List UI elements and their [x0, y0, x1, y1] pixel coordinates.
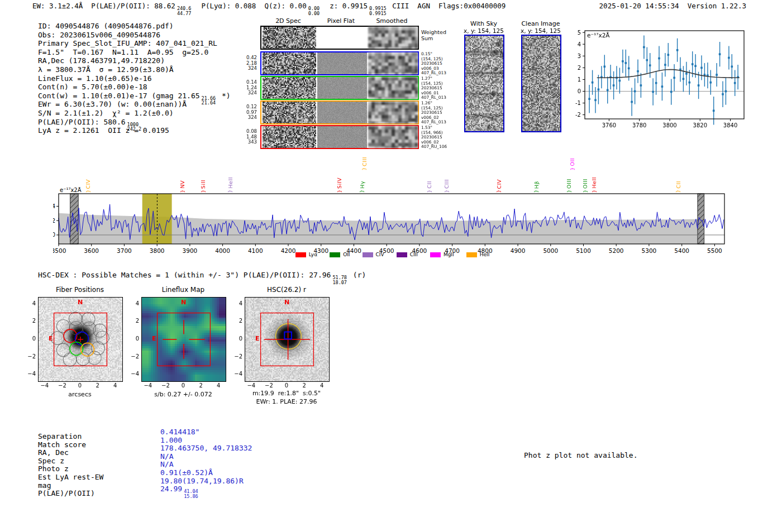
2d-row-right-labels: WeightedSum — [421, 29, 455, 41]
hsc-dex-line: HSC-DEX : Possible Matches = 1 (within +… — [38, 271, 366, 285]
text-segment: LineFlux = 1.10(±0.65)e-16 — [38, 74, 152, 83]
chart-rect — [658, 57, 660, 60]
emission-line-label: OIII — [582, 179, 588, 189]
y-tick-label: 0 — [230, 336, 242, 342]
chart-text: 4 — [53, 203, 55, 209]
x-tick-label: −2 — [159, 382, 172, 389]
static-element: 15.86 — [184, 494, 198, 499]
static-element: 18.07 — [332, 280, 347, 285]
2d-spec-image — [263, 27, 316, 49]
left-label-line: 324 — [240, 90, 257, 96]
legend-label: OII — [343, 252, 350, 257]
chart-rect — [670, 91, 673, 93]
marker-brace: { — [583, 190, 588, 193]
chart-rect — [725, 90, 727, 93]
x-tick-label: −4 — [245, 382, 258, 389]
text-segment: Obs: 20230615v006_4090544876 — [38, 31, 160, 39]
emission-line-label: HeII — [591, 177, 597, 189]
line-fit-chart: -2-101234537603780380038203840e⁻¹⁷x2Å — [570, 25, 760, 136]
info-line: LyA z = 2.1261 OII z = 0.0195 — [38, 126, 231, 135]
text-segment: 0.91(±0.52)Å — [160, 468, 213, 477]
y-tick-label: 0 — [23, 336, 36, 342]
chart-rect — [731, 66, 733, 68]
text-segment: (r) — [349, 271, 366, 279]
sky-panel-title: Clean Image — [507, 20, 574, 27]
sky-panel-image-box — [464, 35, 504, 132]
chart-rect — [619, 80, 621, 82]
match-row-value: N/A — [160, 452, 252, 461]
chart-text: 3820 — [693, 122, 707, 128]
match-row-label: RA, Dec — [38, 448, 103, 457]
y-tick-label: 4 — [23, 300, 36, 306]
right-label-line: 407_RL_013 — [421, 95, 455, 100]
marker-brace: { — [566, 190, 571, 193]
stacked-value: 240.644.77 — [177, 6, 192, 16]
compass-north: N — [181, 299, 186, 306]
text-segment: λ = 3800.37Å σ = 12.99(±3.80)Å — [38, 65, 174, 74]
header-datetime: 2025-01-20 14:55:34 Version 1.22.3 — [599, 2, 746, 10]
emission-line-marker: CIV{ — [495, 179, 503, 194]
compass-east: E — [49, 335, 53, 342]
match-row-label: Est LyA rest-EW — [38, 473, 103, 481]
emission-line-marker: SiIV{ — [336, 178, 344, 194]
legend-label: Lyα — [309, 252, 317, 257]
chart-rect — [634, 90, 636, 93]
emission-line-label: CIV — [85, 179, 91, 189]
chart-rect — [719, 53, 721, 55]
text-segment: P(LAE)/P(OII): 580.6 — [38, 118, 126, 126]
text-segment: RA,Dec (178.463791,49.718220) — [38, 56, 165, 65]
2d-spec-image — [263, 77, 316, 99]
static-element: 0.9915 — [369, 11, 387, 16]
photz-note: Phot z plot not available. — [524, 451, 638, 459]
chart-text: 5 — [578, 30, 581, 36]
marker-brace: { — [533, 190, 538, 193]
emission-line-marker: CIV{ — [84, 179, 92, 194]
x-tick-label: −2 — [55, 382, 69, 389]
match-row-value: 178.463750, 49.718332 — [160, 444, 252, 452]
sky-panel-subtitle: x, y: 154, 125 — [507, 27, 574, 34]
report-datetime: 2025-01-20 14:55:34 — [599, 2, 679, 10]
chart-rect — [655, 82, 657, 84]
spectrum-line-markers: CIV{NV{SiII{HeII{SiIV{Hγ{CIII{CII{CIII{C… — [53, 148, 732, 194]
clean-image — [522, 36, 560, 131]
chart-rect — [700, 67, 703, 69]
cutout-xlabel2-hsc_cutout: EWr: 1. PLAE: 27.96 — [228, 398, 345, 405]
cutout-title-lineflux_map: Lineflux Map — [136, 286, 231, 294]
chart-rect — [631, 101, 633, 103]
left-label-line: 324 — [240, 66, 257, 71]
text-segment: Primary Spec_Slot_IFU_AMP: 407_041_021_R… — [38, 39, 217, 47]
marker-brace: { — [444, 190, 449, 193]
chart-rect — [698, 84, 700, 87]
chart-text: 0 — [53, 232, 55, 238]
legend-item: OII — [330, 252, 350, 257]
emission-line-label: CIII — [361, 157, 368, 166]
text-segment: EWr = 6.30(±3.70) (w: 0.00(±nan))Å — [38, 100, 187, 108]
legend-swatch — [430, 252, 441, 257]
emission-line-marker: CII{ — [426, 181, 433, 194]
chart-rect — [694, 65, 697, 67]
info-line: Primary Spec_Slot_IFU_AMP: 407_041_021_R… — [38, 39, 231, 48]
stacked-value: 21.6621.64 — [202, 96, 216, 106]
chart-rect — [728, 57, 730, 59]
info-line: λ = 3800.37Å σ = 12.99(±3.80)Å — [38, 65, 231, 74]
stacked-value: 0.99150.9915 — [369, 6, 387, 16]
text-segment: 24.99 — [160, 485, 182, 493]
chart-text: 2 — [578, 65, 581, 71]
emission-line-label: OIII — [566, 179, 572, 189]
text-segment: S/N = 2.1(±1.2) χ² = 1.2(±0.0) — [38, 109, 174, 117]
right-label-line: Sum — [421, 35, 455, 41]
text-segment: z: 0.9915 — [321, 2, 368, 10]
2d-smoothed-image — [368, 52, 418, 74]
legend-item: HeII — [466, 252, 490, 257]
right-label-line: Weighted — [421, 29, 455, 35]
chart-rect — [652, 91, 654, 93]
emission-line-marker: OII{ — [569, 158, 576, 171]
2d-col-header: Pixel Flat — [316, 17, 366, 25]
chart-rect — [628, 68, 630, 70]
spectrum-svg: 3500360037003800390040004100420043004400… — [53, 187, 732, 257]
legend-label: MgII — [444, 252, 454, 257]
fiber-circle — [56, 343, 70, 357]
cutout-xlabel-fiber_positions: arcsecs — [21, 391, 139, 398]
fiber-circle — [51, 332, 64, 345]
chart-rect — [643, 46, 645, 49]
